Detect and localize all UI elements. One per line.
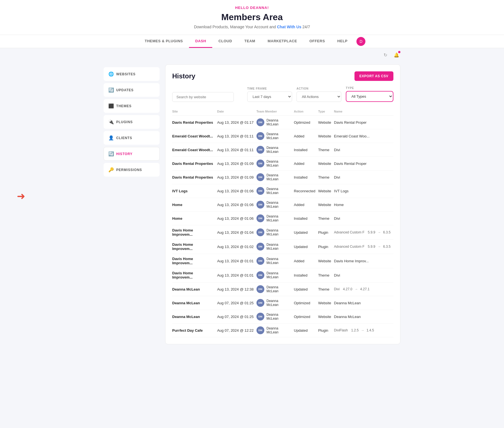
refresh-icon[interactable]: ↻ bbox=[381, 51, 389, 59]
sidebar-item-history[interactable]: 🔄 HISTORY bbox=[104, 147, 160, 161]
nav-cloud[interactable]: CLOUD bbox=[212, 35, 238, 48]
avatar: DM bbox=[256, 243, 264, 251]
cell-member: DMDeanna McLean bbox=[256, 170, 294, 184]
type-select[interactable]: All Types Website Theme Plugin bbox=[346, 91, 393, 102]
cell-date: Aug 13, 2024 @ 01:17 bbox=[217, 116, 256, 129]
cell-site: Davis Home Improvem... bbox=[172, 254, 217, 268]
avatar: DM bbox=[256, 313, 264, 321]
nav-marketplace[interactable]: MARKETPLACE bbox=[262, 35, 303, 48]
nav-team[interactable]: TEAM bbox=[238, 35, 262, 48]
cell-type: Website bbox=[318, 116, 334, 129]
cell-action: Added bbox=[294, 254, 318, 268]
cell-date: Aug 13, 2024 @ 01:02 bbox=[217, 240, 256, 254]
cell-site: Davis Rental Properties bbox=[172, 116, 217, 129]
table-row: Deanna McLeanAug 07, 2024 @ 01:25DMDeann… bbox=[172, 296, 393, 310]
cell-member: DMDeanna McLean bbox=[256, 324, 294, 337]
cell-date: Aug 13, 2024 @ 01:09 bbox=[217, 170, 256, 184]
page-title: Members Area bbox=[0, 12, 504, 22]
cell-date: Aug 13, 2024 @ 01:06 bbox=[217, 198, 256, 212]
sidebar-label-history: HISTORY bbox=[116, 152, 132, 156]
avatar: DM bbox=[256, 201, 264, 209]
cell-name: Divi bbox=[334, 143, 393, 157]
sidebar-label-themes: THEMES bbox=[116, 104, 132, 108]
avatar: DM bbox=[256, 285, 264, 293]
cell-member: DMDeanna McLean bbox=[256, 254, 294, 268]
avatar: DM bbox=[256, 271, 264, 279]
cell-date: Aug 13, 2024 @ 01:06 bbox=[217, 212, 256, 225]
plugins-icon: 🔌 bbox=[108, 119, 113, 125]
table-row: HomeAug 13, 2024 @ 01:06DMDeanna McLeanA… bbox=[172, 198, 393, 212]
sidebar-item-websites[interactable]: 🌐 WEBSITES bbox=[104, 67, 160, 81]
cell-type: Theme bbox=[318, 282, 334, 296]
toolbar-row: ↻ 🔔 bbox=[98, 51, 406, 59]
cell-name: Advanced Custom F5.9.9→6.3.5 bbox=[334, 225, 393, 240]
cell-date: Aug 13, 2024 @ 01:11 bbox=[217, 129, 256, 143]
chat-link[interactable]: Chat With Us bbox=[277, 25, 301, 29]
table-row: Davis Rental PropertiesAug 13, 2024 @ 01… bbox=[172, 157, 393, 170]
nav-avatar[interactable]: D bbox=[356, 37, 365, 46]
sidebar-item-updates[interactable]: 🔄 UPDATES bbox=[104, 83, 160, 97]
sidebar-label-permissions: PERMISSIONS bbox=[116, 168, 142, 172]
nav-help[interactable]: HELP bbox=[331, 35, 354, 48]
avatar: DM bbox=[256, 228, 264, 236]
cell-date: Aug 13, 2024 @ 01:11 bbox=[217, 143, 256, 157]
cell-action: Updated bbox=[294, 282, 318, 296]
cell-name: Divi bbox=[334, 212, 393, 225]
notification-icon[interactable]: 🔔 bbox=[393, 51, 400, 59]
cell-type: Website bbox=[318, 198, 334, 212]
search-input[interactable] bbox=[172, 92, 234, 102]
table-row: Davis Home Improvem...Aug 13, 2024 @ 01:… bbox=[172, 254, 393, 268]
cell-date: Aug 13, 2024 @ 01:09 bbox=[217, 157, 256, 170]
cell-action: Optimized bbox=[294, 310, 318, 324]
cell-type: Website bbox=[318, 157, 334, 170]
col-type: Type bbox=[318, 107, 334, 116]
avatar: DM bbox=[256, 299, 264, 307]
cell-member: DMDeanna McLean bbox=[256, 198, 294, 212]
cell-member: DMDeanna McLean bbox=[256, 184, 294, 198]
table-row: Purrfect Day CafeAug 07, 2024 @ 12:22DMD… bbox=[172, 324, 393, 337]
table-row: Davis Home Improvem...Aug 13, 2024 @ 01:… bbox=[172, 240, 393, 254]
avatar: DM bbox=[256, 326, 264, 334]
export-csv-button[interactable]: EXPORT AS CSV bbox=[354, 71, 393, 81]
sidebar-label-websites: WEBSITES bbox=[116, 72, 136, 76]
cell-type: Plugin bbox=[318, 225, 334, 240]
sidebar-item-plugins[interactable]: 🔌 PLUGINS bbox=[104, 115, 160, 129]
subtitle: Download Products, Manage Your Account a… bbox=[0, 25, 504, 29]
sidebar-item-clients[interactable]: 👤 CLIENTS bbox=[104, 131, 160, 145]
history-icon: 🔄 bbox=[108, 151, 113, 156]
avatar: DM bbox=[256, 160, 264, 167]
sidebar-item-permissions[interactable]: 🔑 PERMISSIONS bbox=[104, 163, 160, 177]
cell-name: DiviFlash1.2.5→1.4.5 bbox=[334, 324, 393, 337]
cell-member: DMDeanna McLean bbox=[256, 296, 294, 310]
clients-icon: 👤 bbox=[108, 135, 113, 141]
cell-site: Home bbox=[172, 212, 217, 225]
action-select[interactable]: All Actions Added Installed Updated Opti… bbox=[297, 92, 341, 102]
time-frame-select[interactable]: Last 7 days Last 30 days Last 90 days Al… bbox=[247, 92, 292, 102]
cell-name: Emerald Coast Woo... bbox=[334, 129, 393, 143]
cell-name: IVT Logs bbox=[334, 184, 393, 198]
cell-member: DMDeanna McLean bbox=[256, 129, 294, 143]
cell-member: DMDeanna McLean bbox=[256, 225, 294, 240]
nav-themes-plugins[interactable]: THEMES & PLUGINS bbox=[139, 35, 189, 48]
table-row: Deanna McLeanAug 07, 2024 @ 01:25DMDeann… bbox=[172, 310, 393, 324]
cell-date: Aug 13, 2024 @ 01:06 bbox=[217, 184, 256, 198]
cell-name: Deanna McLean bbox=[334, 310, 393, 324]
table-row: Emerald Coast Woodt...Aug 13, 2024 @ 01:… bbox=[172, 143, 393, 157]
filters-row: TIME FRAME Last 7 days Last 30 days Last… bbox=[172, 86, 393, 102]
nav-dash[interactable]: DASH bbox=[189, 35, 212, 48]
sidebar-item-themes[interactable]: ⬛ THEMES bbox=[104, 99, 160, 113]
cell-site: Davis Home Improvem... bbox=[172, 240, 217, 254]
avatar: DM bbox=[256, 214, 264, 222]
cell-date: Aug 07, 2024 @ 12:22 bbox=[217, 324, 256, 337]
cell-date: Aug 13, 2024 @ 01:01 bbox=[217, 254, 256, 268]
search-group bbox=[172, 92, 234, 102]
cell-action: Optimized bbox=[294, 116, 318, 129]
cell-site: Purrfect Day Cafe bbox=[172, 324, 217, 337]
cell-name: Deanna McLean bbox=[334, 296, 393, 310]
cell-site: Davis Rental Properties bbox=[172, 157, 217, 170]
subtitle-suffix: 24/7 bbox=[302, 25, 310, 29]
col-member: Team Member bbox=[256, 107, 294, 116]
nav-offers[interactable]: OFFERS bbox=[303, 35, 331, 48]
table-row: HomeAug 13, 2024 @ 01:06DMDeanna McLeanI… bbox=[172, 212, 393, 225]
col-date: Date bbox=[217, 107, 256, 116]
